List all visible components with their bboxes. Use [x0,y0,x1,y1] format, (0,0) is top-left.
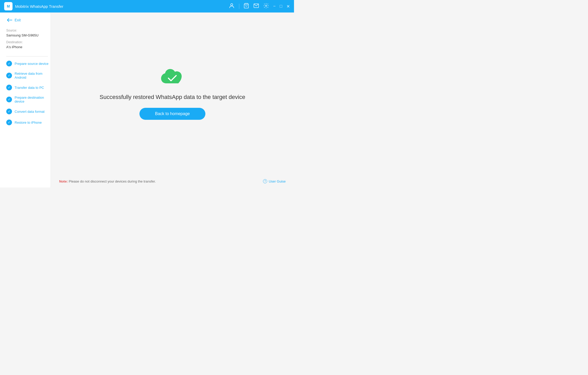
cart-icon[interactable] [243,3,249,10]
step-check-2: ✓ [6,73,12,78]
app-title: Mobitrix WhatsApp Transfer [15,4,63,9]
source-device-section: Source: Samsung SM-G965U [6,29,51,37]
sidebar-divider [6,56,48,57]
sidebar: Exit Source: Samsung SM-G965U Destinatio… [0,12,51,188]
step-label-1: Prepare source device [15,62,48,66]
note-body: Please do not disconnect your devices du… [69,179,156,183]
source-label: Source: [6,29,51,32]
step-prepare-destination[interactable]: ✓ Prepare destination device [6,96,51,103]
step-label-5: Convert data format [15,110,45,114]
step-convert-format[interactable]: ✓ Convert data format [6,109,51,114]
step-label-6: Restore to iPhone [15,121,42,124]
step-label-2: Retrieve data from Android [15,72,51,79]
success-message: Successfully restored WhatsApp data to t… [100,94,245,101]
maximize-icon[interactable]: □ [280,4,282,9]
window-controls: − □ ✕ [273,4,290,9]
titlebar-divider [239,4,239,9]
titlebar-left: M Mobitrix WhatsApp Transfer [4,2,63,10]
exit-arrow-icon [6,18,13,22]
note-text: Note: Please do not disconnect your devi… [59,179,156,183]
content-area: Successfully restored WhatsApp data to t… [51,12,294,188]
content-main: Successfully restored WhatsApp data to t… [100,12,245,175]
step-transfer-to-pc[interactable]: ✓ Transfer data to PC [6,85,51,90]
close-icon[interactable]: ✕ [286,4,290,9]
svg-point-3 [265,5,267,7]
source-device: Samsung SM-G965U [6,33,51,37]
step-retrieve-data[interactable]: ✓ Retrieve data from Android [6,72,51,79]
user-guide-icon: ? [263,179,267,183]
success-cloud-icon [161,68,184,86]
destination-label: Destination: [6,40,51,44]
mail-icon[interactable] [253,3,259,10]
step-check-6: ✓ [6,120,12,125]
minimize-icon[interactable]: − [273,4,275,9]
step-label-4: Prepare destination device [15,96,51,103]
svg-point-0 [231,4,233,6]
destination-device: A's iPhone [6,45,51,49]
titlebar: M Mobitrix WhatsApp Transfer [0,0,294,12]
app-logo: M [4,2,13,10]
exit-button[interactable]: Exit [6,18,51,22]
content-footer: Note: Please do not disconnect your devi… [51,175,294,188]
settings-icon[interactable] [263,3,269,10]
user-guide-link[interactable]: ? User Guise [263,179,286,183]
destination-device-section: Destination: A's iPhone [6,40,51,49]
step-label-3: Transfer data to PC [15,86,44,90]
step-check-5: ✓ [6,109,12,114]
main-layout: Exit Source: Samsung SM-G965U Destinatio… [0,12,294,188]
titlebar-right: − □ ✕ [229,3,290,10]
step-prepare-source[interactable]: ✓ Prepare source device [6,61,51,66]
step-restore-iphone[interactable]: ✓ Restore to iPhone [6,120,51,125]
back-to-homepage-button[interactable]: Back to homepage [139,108,205,120]
account-icon[interactable] [229,3,235,10]
step-check-3: ✓ [6,85,12,90]
step-check-1: ✓ [6,61,12,66]
note-label: Note: [59,179,68,183]
step-check-4: ✓ [6,97,12,102]
step-list: ✓ Prepare source device ✓ Retrieve data … [6,61,51,125]
exit-label: Exit [15,18,21,22]
user-guide-label: User Guise [269,179,286,183]
